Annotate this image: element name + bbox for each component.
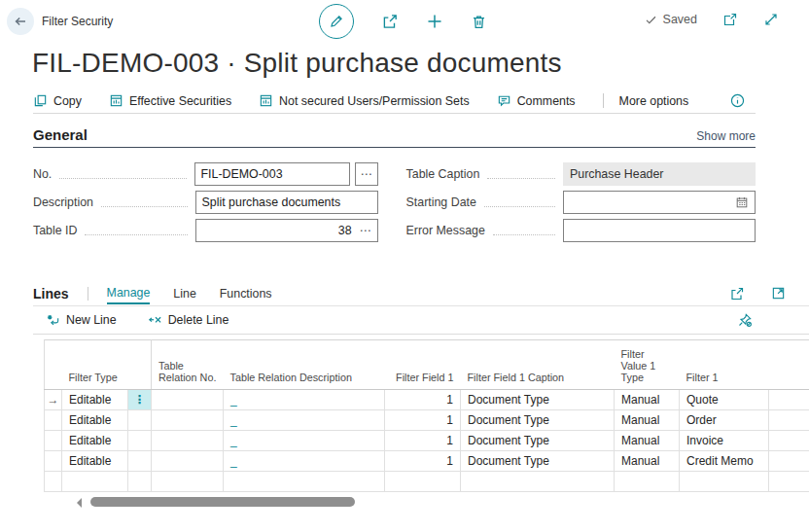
cell-filter-1[interactable]: Credit Memo [680,451,769,472]
field-no: No. FIL-DEMO-003 ⋯ [33,162,378,186]
starting-date-input[interactable] [563,191,756,214]
open-in-new-window-icon[interactable] [722,12,738,27]
copy-button[interactable]: Copy [33,93,82,108]
field-error-message: Error Message [406,219,756,242]
cell-filter-field-1-caption[interactable]: Document Type [461,410,615,431]
column-header-extra [769,340,809,390]
cell-filter-value-1-type[interactable]: Manual [615,410,680,431]
row-options-button[interactable] [128,431,152,451]
share-icon[interactable] [729,286,745,301]
not-secured-users-button[interactable]: Not secured Users/Permission Sets [259,93,470,108]
action-bar-divider [603,93,604,108]
tab-line[interactable]: Line [173,283,195,303]
pin-icon[interactable] [737,312,753,328]
scroll-left-arrow[interactable] [77,498,82,508]
cell-filter-field-1[interactable]: 1 [385,410,461,431]
general-divider [33,147,756,148]
more-options-button[interactable]: More options [619,94,689,108]
action-bar: Copy Effective Securities Not secured Us… [33,89,756,114]
effective-securities-button[interactable]: Effective Securities [109,93,231,108]
cell-filter-field-1-caption[interactable]: Document Type [461,431,615,451]
cell-filter-field-1[interactable]: 1 [385,451,461,472]
lines-heading: Lines [33,286,69,301]
calendar-icon[interactable] [735,195,749,209]
no-assist-edit-button[interactable]: ⋯ [355,162,378,186]
cell-table-relation-no[interactable] [152,390,224,410]
effective-securities-label: Effective Securities [129,94,231,108]
comments-label: Comments [517,94,576,108]
cell-filter-1[interactable]: Invoice [680,431,769,451]
cell-filter-value-1-type[interactable]: Manual [615,451,680,472]
cell-filter-type[interactable]: Editable [62,431,128,451]
share-button[interactable] [381,13,399,30]
new-button[interactable] [426,13,443,30]
edit-button[interactable] [319,4,354,39]
table-id-input[interactable]: 38 ⋯ [195,219,378,242]
cell-table-relation-description[interactable]: _ [224,390,385,410]
general-heading: General [33,126,88,143]
cell-filter-field-1-caption[interactable]: Document Type [461,390,615,410]
cell-table-relation-no[interactable] [152,410,224,431]
info-icon[interactable] [729,92,746,109]
table-row: Editable _ 1 Document Type Manual Credit… [45,451,809,472]
cell-table-relation-description[interactable]: _ [224,431,385,451]
grid-header-row: Filter Type Table Relation No. Table Rel… [45,340,809,390]
report-table-icon [109,93,123,108]
cell-table-relation-description[interactable]: _ [224,410,385,431]
column-header-filter-field-1[interactable]: Filter Field 1 [385,340,461,390]
back-button[interactable] [7,8,34,35]
cell-filter-type[interactable]: Editable [62,451,128,472]
new-line-button[interactable]: New Line [46,313,117,328]
lines-toolbar: New Line Delete Line [33,306,809,335]
row-indicator-header [45,340,62,390]
cell-extra [769,451,809,472]
cell-filter-1[interactable]: Quote [680,390,769,410]
pencil-icon [329,14,344,29]
delete-button[interactable] [471,14,487,30]
horizontal-scrollbar[interactable] [77,496,809,509]
table-caption-label: Table Caption [406,167,480,181]
scrollbar-thumb[interactable] [90,497,355,507]
page-title: FIL-DEMO-003 · Split purchase documents [32,44,809,82]
window-controls: Saved [645,12,779,27]
cell-table-relation-no[interactable] [152,451,224,472]
column-header-filter-value-1-type[interactable]: Filter Value 1 Type [615,340,680,390]
table-row: Editable _ 1 Document Type Manual Order [45,410,809,431]
column-header-filter-field-1-caption[interactable]: Filter Field 1 Caption [461,340,615,390]
table-caption-field: Purchase Header [563,162,756,186]
description-input[interactable]: Split purchase documents [195,191,378,214]
column-header-filter-type[interactable]: Filter Type [62,340,128,390]
field-description: Description Split purchase documents [33,191,378,214]
row-options-button[interactable] [128,410,152,431]
delete-line-button[interactable]: Delete Line [148,313,229,328]
cell-table-relation-no[interactable] [152,431,224,451]
expand-grid-icon[interactable] [771,286,786,301]
cell-filter-1[interactable]: Order [680,410,769,431]
cell-filter-type[interactable]: Editable [62,390,128,410]
tab-manage[interactable]: Manage [107,282,151,304]
row-options-button[interactable]: ⋮ [128,390,152,410]
table-id-assist-edit[interactable]: ⋯ [360,224,371,237]
cell-filter-value-1-type[interactable]: Manual [615,390,680,410]
column-header-filter-1[interactable]: Filter 1 [680,340,769,390]
comments-button[interactable]: Comments [497,93,576,108]
tab-functions[interactable]: Functions [220,283,272,303]
no-input[interactable]: FIL-DEMO-003 [194,162,350,186]
column-header-table-relation-description[interactable]: Table Relation Description [224,340,385,390]
save-status: Saved [645,13,697,26]
show-more-link[interactable]: Show more [696,129,756,143]
cell-filter-field-1[interactable]: 1 [385,431,461,451]
cell-filter-field-1-caption[interactable]: Document Type [461,451,615,472]
copy-icon [33,93,48,108]
row-options-button[interactable] [128,451,152,472]
error-message-input[interactable] [563,219,756,242]
cell-table-relation-description[interactable]: _ [224,451,385,472]
page-actions [319,4,487,39]
column-header-table-relation-no[interactable]: Table Relation No. [152,340,224,390]
cell-extra [769,431,809,451]
cell-filter-value-1-type[interactable]: Manual [615,431,680,451]
cell-filter-field-1[interactable]: 1 [385,390,461,410]
cell-filter-type[interactable]: Editable [62,410,128,431]
resize-icon[interactable] [763,12,779,27]
save-status-label: Saved [663,13,697,26]
